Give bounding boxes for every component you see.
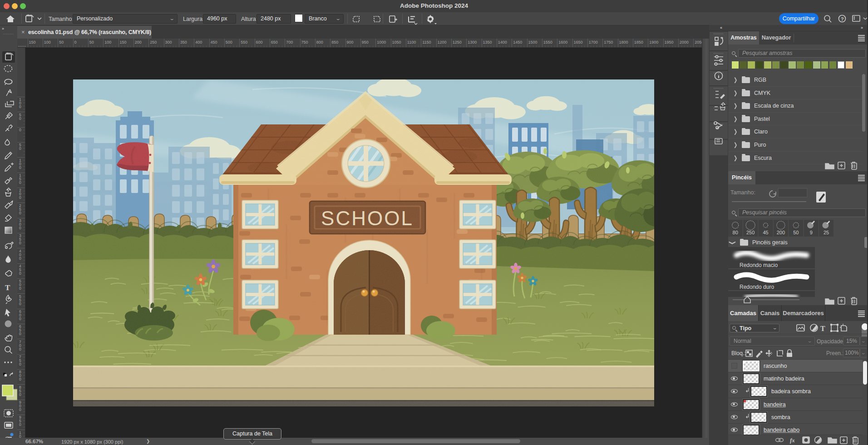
svg-text:1800: 1800 [619,40,628,44]
svg-text:Largura:: Largura: [183,16,204,22]
svg-text:1700: 1700 [589,40,598,44]
svg-text:45: 45 [763,230,768,235]
svg-text:1050: 1050 [392,40,401,44]
svg-text:1500: 1500 [528,40,538,44]
svg-text:0: 0 [19,128,21,132]
svg-text:1850: 1850 [634,40,643,44]
svg-text:150: 150 [120,40,127,44]
svg-text:0: 0 [19,271,21,276]
svg-text:0: 0 [19,146,21,151]
svg-text:800: 800 [316,40,323,44]
svg-text:1150: 1150 [422,40,431,44]
svg-text:850: 850 [331,40,338,44]
svg-text:T: T [820,325,825,332]
svg-text:1300: 1300 [468,40,477,44]
svg-text:0: 0 [19,331,21,336]
svg-text:0: 0 [19,392,21,397]
svg-text:25: 25 [824,230,829,235]
svg-text:450: 450 [211,40,217,44]
svg-text:1950: 1950 [665,40,674,44]
svg-text:0: 0 [19,195,21,200]
svg-text:fx: fx [790,437,795,444]
svg-text:1200: 1200 [438,40,447,44]
svg-text:0: 0 [19,302,21,306]
svg-text:100: 100 [44,40,51,44]
svg-text:0: 0 [74,40,77,44]
svg-text:1350: 1350 [483,40,492,44]
svg-text:0: 0 [19,347,21,351]
svg-text:0: 0 [19,362,21,366]
svg-text:1250: 1250 [453,40,462,44]
svg-text:2000: 2000 [680,40,689,44]
svg-text:200: 200 [777,230,785,235]
svg-text:1550: 1550 [543,40,552,44]
svg-text:1900: 1900 [649,40,658,44]
svg-text:0: 0 [19,116,21,121]
svg-text:750: 750 [301,40,308,44]
svg-text:1650: 1650 [574,40,583,44]
svg-text:0: 0 [19,165,21,170]
svg-text:1000: 1000 [377,40,386,44]
svg-text:1600: 1600 [558,40,567,44]
svg-text:?: ? [841,16,844,22]
svg-text:300: 300 [165,40,172,44]
svg-text:350: 350 [180,40,187,44]
svg-text:900: 900 [347,40,354,44]
svg-text:250: 250 [746,230,755,235]
svg-text:1400: 1400 [498,40,507,44]
svg-text:»: » [2,26,4,31]
svg-text:80: 80 [733,230,738,235]
svg-text:0: 0 [19,180,21,185]
svg-text:0: 0 [19,226,21,230]
svg-text:0: 0 [19,211,21,215]
svg-text:600: 600 [256,40,263,44]
svg-text:0: 0 [19,241,21,245]
svg-text:650: 650 [271,40,278,44]
svg-text:200: 200 [135,40,142,44]
svg-text:0: 0 [19,422,21,427]
svg-text:700: 700 [286,40,293,44]
svg-text:550: 550 [241,40,247,44]
svg-text:50: 50 [59,40,64,44]
svg-text:100: 100 [104,40,111,44]
svg-text:Altura:: Altura: [241,16,257,22]
svg-text:0: 0 [19,256,21,261]
svg-text:500: 500 [226,40,232,44]
svg-text:2050: 2050 [695,40,702,44]
svg-text:1450: 1450 [513,40,522,44]
svg-text:0: 0 [19,377,21,381]
svg-text:50: 50 [793,230,799,235]
svg-text:1750: 1750 [604,40,613,44]
svg-text:T: T [5,283,10,292]
svg-text:50: 50 [89,40,94,44]
svg-text:400: 400 [195,40,202,44]
svg-text:9: 9 [810,230,813,235]
svg-text:1100: 1100 [407,40,416,44]
svg-text:Redondo duro: Redondo duro [740,284,774,290]
svg-text:0: 0 [19,407,21,412]
svg-text:Redondo macio: Redondo macio [740,262,778,268]
svg-text:150: 150 [29,40,36,44]
svg-text:0: 0 [19,286,21,291]
svg-text:0: 0 [19,104,21,109]
svg-text:0: 0 [19,316,21,321]
svg-text:950: 950 [362,40,369,44]
svg-text:250: 250 [150,40,157,44]
svg-text:Tamanho:: Tamanho: [49,16,74,22]
